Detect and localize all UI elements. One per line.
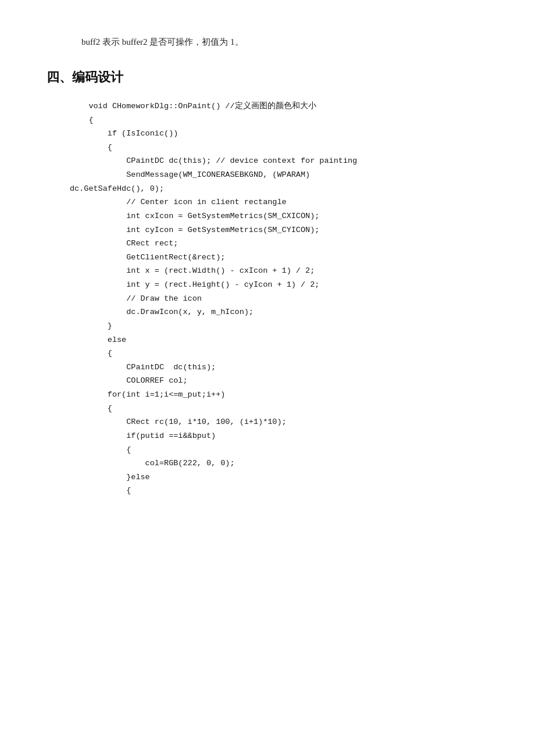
intro-paragraph: buff2 表示 buffer2 是否可操作，初值为 1。 (47, 35, 488, 50)
code-block: void CHomeworkDlg::OnPaint() //定义画图的颜色和大… (47, 99, 488, 498)
section-title: 四、编码设计 (47, 66, 488, 88)
